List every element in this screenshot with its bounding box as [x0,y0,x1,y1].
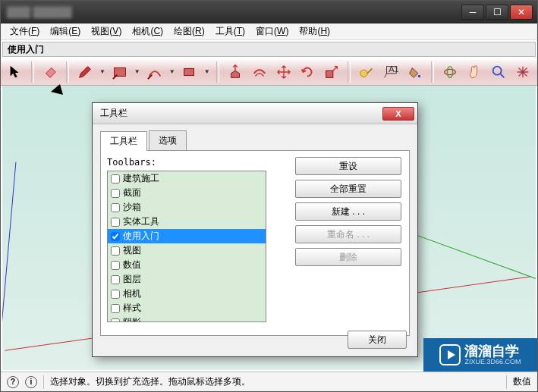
rectangle-dropdown[interactable]: ▼ [134,68,140,75]
dialog-close-footer-button[interactable]: 关闭 [348,331,407,349]
toolbar-item-checkbox[interactable] [111,318,120,323]
svg-text:A1: A1 [389,64,399,74]
toolbar-item-checkbox[interactable] [111,290,120,299]
svg-point-9 [493,66,502,74]
zoom-extents-tool[interactable] [513,62,533,82]
main-toolbar: ▼ ▼ ▼ ▼ A1 [1,58,537,86]
toolbar-item-checkbox[interactable] [111,203,120,212]
toolbar-list-item[interactable]: 截面 [108,186,266,200]
dialog-tabs: 工具栏 选项 [100,130,410,151]
toolbar-item-label: 图层 [123,273,141,286]
status-bar: ? i 选择对象。切换到扩充选择。拖动鼠标选择多项。 数值 [1,372,537,391]
text-tool[interactable]: A1 [381,62,401,82]
toolbar-name-strip: 使用入门 [2,42,536,57]
new-button[interactable]: 新建 . . . [295,202,401,221]
zoom-tool[interactable] [489,62,508,82]
maximize-button[interactable]: ☐ [486,5,508,20]
shape-tool[interactable] [180,62,200,82]
menu-t[interactable]: 工具(T) [211,24,250,39]
toolbar-list-item[interactable]: 建筑施工 [108,171,266,186]
shape-dropdown[interactable]: ▼ [204,68,210,75]
paint-bucket-tool[interactable] [405,62,425,82]
svg-point-10 [521,71,524,74]
watermark-brand: 溜溜自学 [464,344,521,358]
toolbar-item-checkbox[interactable] [111,189,120,198]
select-tool[interactable] [5,62,25,82]
menu-w[interactable]: 窗口(W) [251,24,293,39]
rename-button: 重命名 . . . [295,225,401,243]
dialog-close-button[interactable]: X [382,107,414,121]
pencil-tool[interactable] [75,62,95,82]
watermark-play-icon [439,344,461,365]
menu-bar: 文件(F)编辑(E)视图(V)相机(C)绘图(R)工具(T)窗口(W)帮助(H) [1,24,537,40]
status-text: 选择对象。切换到扩充选择。拖动鼠标选择多项。 [50,375,250,388]
menu-f[interactable]: 文件(F) [5,24,44,39]
reset-all-button[interactable]: 全部重置 [295,180,401,198]
toolbar-item-label: 建筑施工 [123,172,159,185]
status-info-icon[interactable]: i [25,376,37,388]
pan-tool[interactable] [464,62,484,82]
reset-button[interactable]: 重设 [295,157,401,175]
toolbar-item-label: 样式 [123,302,141,315]
toolbar-item-checkbox[interactable] [111,304,120,313]
toolbar-item-label: 实体工具 [123,215,159,228]
toolbar-item-checkbox[interactable] [111,232,120,241]
svg-point-3 [360,70,367,77]
toolbar-list-item[interactable]: 样式 [108,301,266,315]
toolbar-item-checkbox[interactable] [111,218,120,227]
toolbar-item-checkbox[interactable] [111,275,120,284]
toolbars-listbox[interactable]: 建筑施工截面沙箱实体工具使用入门视图数值图层相机样式阴影 [107,171,266,322]
toolbar-item-label: 沙箱 [123,201,141,214]
dialog-title: 工具栏 [100,107,127,120]
app-title-blurred: ▓▓▓ ▓▓▓▓▓ [7,5,72,17]
menu-c[interactable]: 相机(C) [127,24,168,39]
orbit-tool[interactable] [440,62,460,82]
toolbar-item-checkbox[interactable] [111,174,120,183]
menu-e[interactable]: 编辑(E) [46,24,85,39]
tab-toolbars[interactable]: 工具栏 [100,131,147,151]
arc-tool[interactable] [145,62,165,82]
toolbar-item-checkbox[interactable] [111,261,120,270]
watermark-url: ZIXUE.3D66.COM [464,358,521,365]
pencil-dropdown[interactable]: ▼ [99,68,105,75]
dialog-titlebar: 工具栏 X [93,103,417,124]
menu-v[interactable]: 视图(V) [87,24,126,39]
toolbar-list-item[interactable]: 数值 [108,258,266,272]
toolbar-item-checkbox[interactable] [111,246,120,256]
tab-options[interactable]: 选项 [149,130,187,150]
arc-dropdown[interactable]: ▼ [169,68,175,75]
toolbar-item-label: 阴影 [123,316,141,322]
svg-rect-1 [184,68,193,75]
toolbar-item-label: 数值 [123,259,141,271]
minimize-button[interactable]: ─ [461,5,484,20]
svg-point-7 [445,69,456,74]
offset-tool[interactable] [250,62,269,82]
title-bar: ▓▓▓ ▓▓▓▓▓ ─ ☐ ✕ [1,1,537,24]
toolbar-list-item[interactable]: 沙箱 [108,200,266,215]
toolbar-item-label: 截面 [123,187,141,199]
menu-r[interactable]: 绘图(R) [169,24,209,39]
tape-measure-tool[interactable] [357,62,376,82]
menu-h[interactable]: 帮助(H) [294,24,335,39]
toolbar-list-item[interactable]: 使用入门 [108,229,266,243]
rectangle-tool[interactable] [110,62,130,82]
close-button[interactable]: ✕ [510,5,533,20]
toolbar-list-item[interactable]: 阴影 [108,315,266,322]
toolbar-list-item[interactable]: 图层 [108,272,266,287]
toolbar-list-item[interactable]: 视图 [108,243,266,258]
toolbar-list-item[interactable]: 相机 [108,287,266,301]
toolbar-list-item[interactable]: 实体工具 [108,215,266,229]
toolbar-item-label: 视图 [123,244,141,257]
eraser-tool[interactable] [40,62,60,82]
status-value-label: 数值 [513,375,531,388]
status-help-icon[interactable]: ? [7,376,19,388]
toolbars-dialog: 工具栏 X 工具栏 选项 Toolbars: 建筑施工截面沙箱实体工具使用入门视… [92,102,418,357]
pushpull-tool[interactable] [225,62,245,82]
toolbar-item-label: 相机 [123,287,141,300]
rotate-tool[interactable] [298,62,318,82]
move-tool[interactable] [274,62,294,82]
axis-blue [2,162,16,370]
scale-tool[interactable] [322,62,341,82]
tab-toolbars-panel: Toolbars: 建筑施工截面沙箱实体工具使用入门视图数值图层相机样式阴影 重… [100,151,410,336]
svg-point-8 [448,66,453,77]
